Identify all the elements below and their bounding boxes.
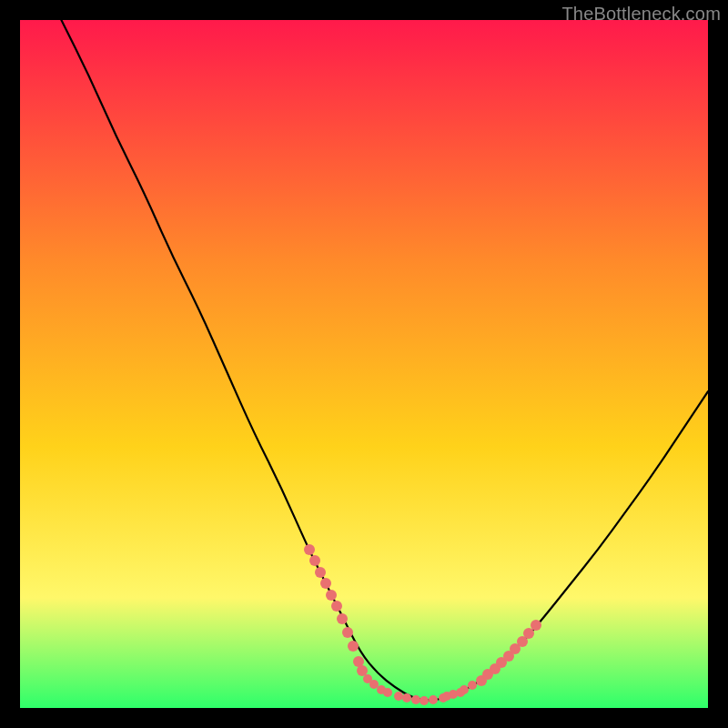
highlight-dot	[348, 641, 359, 652]
highlight-dot	[309, 555, 320, 566]
highlight-dot	[304, 544, 315, 555]
highlight-dot	[342, 627, 353, 638]
highlight-dot	[315, 567, 326, 578]
highlight-dot	[383, 688, 392, 697]
chart-background	[20, 20, 708, 708]
highlight-dot	[320, 578, 331, 589]
highlight-dot	[429, 695, 438, 704]
highlight-dot	[531, 620, 541, 631]
svg-rect-0	[20, 20, 708, 708]
highlight-dot	[337, 613, 348, 624]
chart-frame	[20, 20, 708, 708]
highlight-dot	[331, 601, 342, 612]
highlight-dot	[326, 590, 337, 601]
highlight-dot	[402, 693, 411, 703]
highlight-dot	[442, 692, 451, 701]
watermark-text: TheBottleneck.com	[561, 4, 721, 25]
highlight-dot	[420, 696, 429, 705]
highlight-dot	[456, 688, 465, 697]
